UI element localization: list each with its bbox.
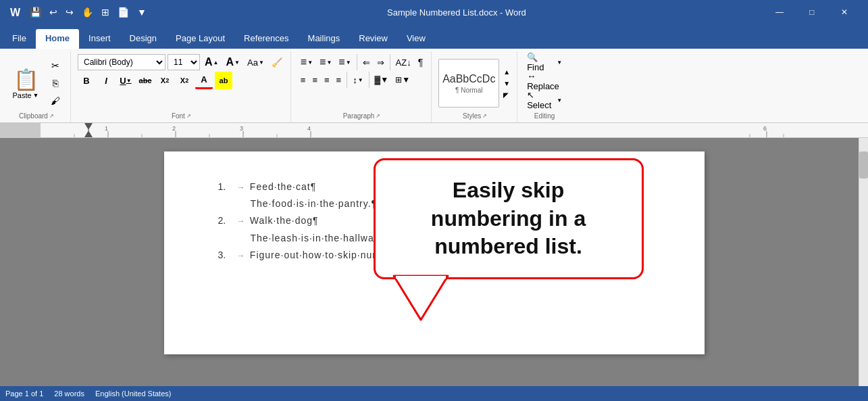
svg-text:2: 2	[172, 125, 176, 132]
line-spacing-button[interactable]: ↕▼	[350, 72, 365, 88]
tab-insert[interactable]: Insert	[79, 29, 120, 49]
para-row-1: ≡▼ ≡▼ ≡▼ ⇐ ⇒ AZ↓ ¶	[298, 54, 426, 70]
clear-formatting-button[interactable]: 🧹	[269, 54, 285, 70]
tab-page-layout[interactable]: Page Layout	[166, 29, 234, 49]
justify-button[interactable]: ≡	[334, 72, 344, 88]
callout-text: Easily skip numbering in a numbered list…	[396, 176, 621, 261]
change-case-button[interactable]: Aa▼	[245, 54, 267, 70]
ruler-right: 6	[733, 123, 868, 137]
tab-file[interactable]: File	[3, 29, 36, 49]
tab-mailings[interactable]: Mailings	[299, 29, 350, 49]
editing-group: 🔍 Find▼ ↔ Replace ↖ Select▼ Editing	[519, 51, 570, 122]
tab-review[interactable]: Review	[349, 29, 397, 49]
undo-button[interactable]: ↩	[47, 5, 60, 19]
tab-references[interactable]: References	[234, 29, 298, 49]
document-title: Sample Numbered List.docx - Word	[387, 7, 526, 18]
strikethrough-button[interactable]: abc	[136, 72, 154, 89]
tab-design[interactable]: Design	[120, 29, 166, 49]
select-button[interactable]: ↖ Select▼	[524, 92, 565, 108]
cut-button[interactable]: ✂	[46, 57, 65, 74]
grow-font-button[interactable]: A▲	[202, 54, 221, 70]
subscript-button[interactable]: X2	[156, 72, 174, 89]
touch-button[interactable]: ✋	[79, 5, 96, 19]
font-color-button[interactable]: A	[195, 72, 213, 89]
increase-indent-button[interactable]: ⇒	[374, 54, 387, 70]
borders-button[interactable]: ⊞▼	[392, 72, 413, 88]
language: English (United States)	[95, 390, 172, 398]
scrollbar-thumb[interactable]	[859, 151, 868, 179]
separator3	[347, 72, 347, 88]
customize-qat-button[interactable]: ▼	[134, 5, 149, 19]
font-content: Calibri (Body) 11 A▲ A▼ Aa▼ 🧹 B I U▼ abc…	[78, 54, 285, 112]
font-family-select[interactable]: Calibri (Body)	[78, 54, 165, 70]
highlight-button[interactable]: ab	[215, 72, 232, 89]
maximize-button[interactable]: □	[796, 3, 827, 22]
bold-button[interactable]: B	[78, 72, 95, 89]
replace-button[interactable]: ↔ Replace	[524, 73, 565, 89]
shading-button[interactable]: ▓▼	[372, 72, 392, 88]
quick-access-toolbar: 💾 ↩ ↪ ✋ ⊞ 📄 ▼	[27, 5, 149, 19]
ruler-marks[interactable]: 1 2 3 4	[41, 123, 733, 137]
font-size-select[interactable]: 11	[168, 54, 200, 70]
multilevel-list-button[interactable]: ≡▼	[336, 54, 353, 70]
ruler-cursor-top	[84, 123, 93, 130]
editing-content: 🔍 Find▼ ↔ Replace ↖ Select▼	[524, 54, 565, 112]
numbering-button[interactable]: ≡▼	[317, 54, 334, 70]
redo-button[interactable]: ↪	[63, 5, 76, 19]
clipboard-expand[interactable]: ↗	[49, 113, 54, 119]
styles-scroll-up[interactable]: ▲	[502, 67, 511, 77]
separator2	[390, 54, 390, 70]
styles-expand[interactable]: ↗	[482, 113, 487, 119]
style-normal[interactable]: AaBbCcDc ¶ Normal	[438, 59, 499, 108]
sort-button[interactable]: AZ↓	[393, 54, 414, 70]
list-number-3: 3.	[218, 247, 237, 264]
underline-button[interactable]: U▼	[117, 72, 134, 89]
close-button[interactable]: ✕	[829, 3, 860, 22]
styles-scroll-down[interactable]: ▼	[502, 78, 511, 89]
list-text-2[interactable]: Walk·the·dog¶	[250, 212, 319, 229]
bullets-button[interactable]: ≡▼	[298, 54, 315, 70]
styles-scroll: ▲ ▼ ◤	[502, 67, 511, 100]
save-button[interactable]: 💾	[27, 5, 44, 19]
svg-text:4: 4	[307, 125, 311, 132]
show-hide-button[interactable]: ¶	[415, 54, 426, 70]
align-right-button[interactable]: ≡	[322, 72, 332, 88]
font-group: Calibri (Body) 11 A▲ A▼ Aa▼ 🧹 B I U▼ abc…	[72, 51, 291, 122]
superscript-button[interactable]: X2	[176, 72, 193, 89]
doc-button[interactable]: 📄	[115, 5, 132, 19]
tab-view[interactable]: View	[397, 29, 435, 49]
list-arrow-2: →	[237, 214, 247, 229]
copy-button[interactable]: ⎘	[46, 75, 65, 91]
callout-tail-svg	[394, 276, 475, 323]
paragraph-expand[interactable]: ↗	[376, 113, 380, 119]
list-text-1[interactable]: Feed·the·cat¶	[250, 179, 316, 195]
find-button[interactable]: 🔍 Find▼	[524, 54, 565, 70]
align-center-button[interactable]: ≡	[309, 72, 320, 88]
list-subtext-content-2[interactable]: The·leash·is·in·the·hallway.¶	[251, 230, 388, 247]
shrink-font-button[interactable]: A▼	[223, 54, 242, 70]
align-left-button[interactable]: ≡	[298, 72, 309, 88]
para-row-2: ≡ ≡ ≡ ≡ ↕▼ ▓▼ ⊞▼	[298, 72, 413, 88]
decrease-indent-button[interactable]: ⇐	[360, 54, 373, 70]
title-bar: W 💾 ↩ ↪ ✋ ⊞ 📄 ▼ Sample Numbered List.doc…	[0, 0, 868, 24]
paragraph-label: Paragraph ↗	[298, 112, 426, 122]
minimize-button[interactable]: —	[764, 3, 795, 22]
clipboard-group: 📋 Paste ▼ ✂ ⎘ 🖌 Clipboard ↗	[3, 51, 71, 122]
layout-button[interactable]: ⊞	[99, 5, 112, 19]
document-scroll-area[interactable]: 1. → Feed·the·cat¶ The·food·is·in·the·pa…	[0, 138, 868, 386]
styles-label: Styles ↗	[438, 112, 511, 122]
styles-more[interactable]: ◤	[502, 90, 511, 100]
vertical-scrollbar[interactable]	[859, 138, 868, 386]
italic-button[interactable]: I	[97, 72, 115, 89]
ribbon: 📋 Paste ▼ ✂ ⎘ 🖌 Clipboard ↗	[0, 49, 868, 123]
font-expand[interactable]: ↗	[186, 113, 191, 119]
paste-button[interactable]: 📋 Paste ▼	[8, 54, 43, 112]
format-painter-button[interactable]: 🖌	[46, 93, 65, 109]
tab-home[interactable]: Home	[36, 29, 79, 49]
clipboard-content: 📋 Paste ▼ ✂ ⎘ 🖌	[8, 54, 65, 112]
window-controls: — □ ✕	[764, 3, 860, 22]
paste-icon: 📋	[14, 68, 39, 91]
separator	[357, 54, 357, 70]
ruler-left-margin	[0, 123, 41, 137]
list-subtext-content-1[interactable]: The·food·is·in·the·pantry.¶	[251, 195, 378, 212]
